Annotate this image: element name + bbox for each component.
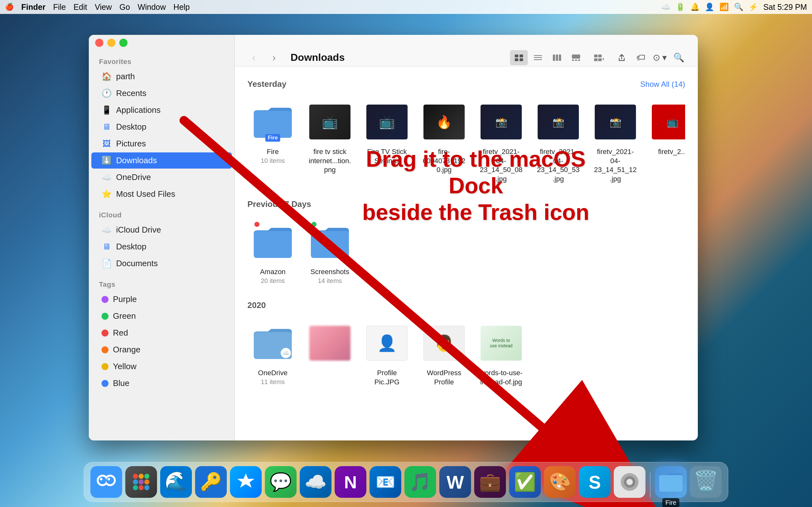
dock-outlook[interactable]: 📧 bbox=[369, 466, 401, 498]
dock-tasks[interactable]: ✅ bbox=[509, 466, 541, 498]
finder-search-button[interactable]: 🔍 bbox=[670, 50, 688, 65]
dock-slack[interactable]: 💼 bbox=[474, 466, 506, 498]
svg-rect-3 bbox=[519, 58, 523, 61]
menubar-help[interactable]: Help bbox=[173, 3, 190, 12]
sidebar-item-documents[interactable]: 📄 Documents bbox=[91, 256, 232, 272]
minimize-button[interactable] bbox=[107, 39, 115, 47]
apple-menu[interactable]: 🍎 bbox=[5, 3, 14, 11]
2020-section-header: 2020 bbox=[247, 300, 685, 310]
dock-appstore[interactable] bbox=[230, 466, 262, 498]
dock-onenote[interactable]: N bbox=[335, 466, 366, 498]
dock-fire-folder[interactable]: Fire bbox=[655, 466, 687, 498]
sidebar-item-icloud-desktop[interactable]: 🖥 Desktop bbox=[91, 239, 232, 255]
sidebar-tag-blue[interactable]: Blue bbox=[91, 375, 232, 391]
menubar-view[interactable]: View bbox=[95, 3, 112, 12]
svg-rect-6 bbox=[534, 59, 542, 60]
file-item-firetvstick[interactable]: 📺 fire tv stick internet...tion.png bbox=[305, 97, 355, 187]
svg-rect-11 bbox=[572, 60, 574, 61]
dock: 🌊 🔑 💬 ☁️ N 📧 🎵 W 💼 ✅ bbox=[84, 462, 728, 502]
group-view-button[interactable]: ▾ bbox=[586, 50, 612, 65]
prev7days-section-header: Previous 7 Days bbox=[247, 199, 685, 209]
dock-1password[interactable]: 🔑 bbox=[195, 466, 227, 498]
dock-onedrive[interactable]: ☁️ bbox=[300, 466, 332, 498]
sidebar-item-icloud-drive[interactable]: ☁️ iCloud Drive bbox=[91, 222, 232, 238]
file-item-partial[interactable]: 📺 firetv_2... bbox=[647, 97, 685, 187]
file-item-onedrive[interactable]: ☁️ OneDrive 11 items bbox=[247, 318, 298, 390]
file-item-words[interactable]: Words touse instead words-to-use-instead… bbox=[476, 318, 526, 390]
dock-trash[interactable]: 🗑️ bbox=[690, 466, 722, 498]
sidebar-tag-green[interactable]: Green bbox=[91, 308, 232, 324]
share-button[interactable] bbox=[613, 50, 630, 65]
file-item-screenshots[interactable]: Screenshots 14 items bbox=[305, 217, 355, 288]
yesterday-section-header: Yesterday Show All (14) bbox=[247, 79, 685, 89]
sidebar-item-downloads[interactable]: ⬇️ Downloads bbox=[91, 153, 232, 169]
user-icon: 👤 bbox=[705, 3, 714, 11]
close-button[interactable] bbox=[95, 39, 103, 47]
list-view-button[interactable] bbox=[529, 50, 547, 65]
dock-sysprefs[interactable] bbox=[614, 466, 646, 498]
dock-finder[interactable] bbox=[90, 466, 122, 498]
column-view-button[interactable] bbox=[548, 50, 566, 65]
star-icon: ⭐ bbox=[101, 189, 112, 199]
file-item-firetv5112[interactable]: 📸 firetv_2021-04-23_14_51_12.jpg bbox=[590, 97, 641, 187]
back-button[interactable]: ‹ bbox=[245, 49, 263, 66]
sidebar-item-recents[interactable]: 🕐 Recents bbox=[91, 85, 232, 101]
sidebar-item-applications[interactable]: 📱 Applications bbox=[91, 102, 232, 118]
file-item-amazon[interactable]: Amazon 20 items bbox=[247, 217, 298, 288]
file-item-wpprofile[interactable]: 👨 WordPress Profile bbox=[419, 318, 469, 390]
dock-launchpad[interactable] bbox=[125, 466, 157, 498]
sidebar-tag-purple[interactable]: Purple bbox=[91, 291, 232, 307]
sidebar-tag-red[interactable]: Red bbox=[91, 325, 232, 341]
green-dot bbox=[101, 313, 108, 320]
icon-view-button[interactable] bbox=[510, 50, 528, 65]
wifi-icon: 📶 bbox=[719, 3, 729, 11]
svg-rect-0 bbox=[515, 55, 518, 57]
svg-rect-10 bbox=[572, 55, 580, 59]
forward-button[interactable]: › bbox=[265, 49, 283, 66]
sidebar-item-onedrive[interactable]: ☁️ OneDrive bbox=[91, 169, 232, 185]
sidebar-item-mostused[interactable]: ⭐ Most Used Files bbox=[91, 186, 232, 202]
file-item-fire6004[interactable]: 🔥 fire-6004073_1920.jpg bbox=[419, 97, 469, 187]
file-item-profilepic[interactable]: 👤 Profile Pic.JPG bbox=[362, 318, 412, 390]
onedrive-folder-subtitle: 11 items bbox=[261, 378, 285, 386]
year2020-label: 2020 bbox=[247, 300, 266, 310]
menubar-window[interactable]: Window bbox=[138, 3, 166, 12]
svg-rect-7 bbox=[553, 55, 555, 61]
prev7days-file-grid: Amazon 20 items Screenshots bbox=[247, 217, 685, 288]
more-button[interactable]: ⊙ ▾ bbox=[651, 50, 669, 65]
dock-word[interactable]: W bbox=[439, 466, 471, 498]
dock-skype[interactable]: S bbox=[579, 466, 611, 498]
menubar-file[interactable]: File bbox=[53, 3, 66, 12]
file-item-blurred[interactable] bbox=[305, 318, 355, 390]
show-all-button[interactable]: Show All (14) bbox=[641, 80, 685, 89]
dock-pixelmator[interactable]: 🎨 bbox=[544, 466, 576, 498]
fullscreen-button[interactable] bbox=[119, 39, 128, 47]
file-item-firetvsettings[interactable]: 📺 Fire TV Stick Settings bbox=[362, 97, 412, 187]
file-item-firetv5053[interactable]: 📸 firetv_2021-04-23_14_50_53.jpg bbox=[533, 97, 583, 187]
search-icon[interactable]: 🔍 bbox=[734, 3, 744, 11]
control-center-icon[interactable]: ⚡ bbox=[749, 3, 758, 11]
favorites-section-label: Favorites bbox=[89, 54, 235, 68]
wpprofile-name: WordPress Profile bbox=[422, 369, 466, 387]
prev7days-label: Previous 7 Days bbox=[247, 199, 311, 209]
menubar-finder[interactable]: Finder bbox=[21, 3, 45, 12]
recents-icon: 🕐 bbox=[101, 89, 112, 98]
sidebar-item-pictures[interactable]: 🖼 Pictures bbox=[91, 135, 232, 152]
file-item-fire[interactable]: Fire Fire 10 items bbox=[247, 97, 298, 187]
sidebar-item-parth[interactable]: 🏠 parth bbox=[91, 68, 232, 84]
sidebar-tag-yellow[interactable]: Yellow bbox=[91, 358, 232, 375]
onedrive-icon: ☁️ bbox=[101, 172, 112, 182]
gallery-view-button[interactable] bbox=[567, 50, 585, 65]
file-item-firetv5008[interactable]: 📸 firetv_2021-04-23_14_50_08.jpg bbox=[476, 97, 526, 187]
sidebar-tag-orange[interactable]: Orange bbox=[91, 342, 232, 358]
dock-messages[interactable]: 💬 bbox=[265, 466, 297, 498]
sidebar-item-desktop[interactable]: 🖥 Desktop bbox=[91, 119, 232, 135]
menubar-go[interactable]: Go bbox=[119, 3, 130, 12]
menubar-edit[interactable]: Edit bbox=[73, 3, 87, 12]
firetv5053-name: firetv_2021-04-23_14_50_53.jpg bbox=[536, 147, 580, 183]
dock-edge[interactable]: 🌊 bbox=[160, 466, 192, 498]
tag-button[interactable]: 🏷 bbox=[632, 50, 650, 65]
dock-fire-label: Fire bbox=[662, 498, 679, 507]
dock-spotify[interactable]: 🎵 bbox=[404, 466, 436, 498]
finder-window: Favorites 🏠 parth 🕐 Recents 📱 Applicatio… bbox=[89, 35, 698, 441]
